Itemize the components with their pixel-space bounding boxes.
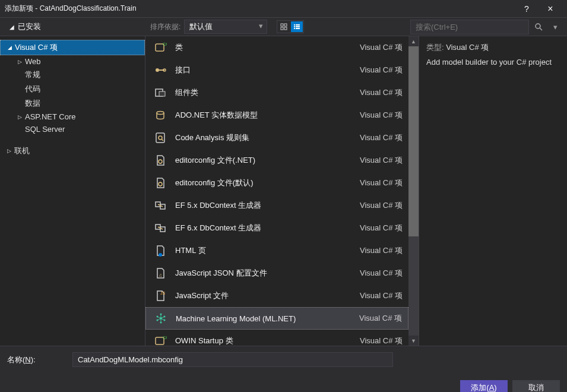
tree-item[interactable]: ◢Visual C# 项 bbox=[0, 40, 145, 55]
svg-rect-4 bbox=[294, 24, 295, 26]
svg-line-11 bbox=[540, 28, 542, 30]
template-item[interactable]: HTML 页Visual C# 项 bbox=[145, 239, 408, 262]
type-label: 类型: bbox=[426, 43, 444, 52]
svg-rect-7 bbox=[296, 26, 300, 27]
svg-rect-8 bbox=[294, 28, 295, 29]
template-lang: Visual C# 项 bbox=[360, 245, 403, 256]
svg-point-19 bbox=[157, 112, 164, 115]
tree-item-label: 代码 bbox=[25, 84, 40, 94]
template-lang: Visual C# 项 bbox=[360, 223, 403, 233]
search-button[interactable] bbox=[531, 20, 546, 34]
tree-item[interactable]: 代码 bbox=[0, 82, 145, 96]
template-name: JavaScript JSON 配置文件 bbox=[175, 268, 360, 279]
template-item[interactable]: C#OWIN Startup 类Visual C# 项 bbox=[145, 330, 408, 346]
svg-rect-5 bbox=[296, 24, 300, 26]
tree-item-label: 常规 bbox=[25, 69, 40, 80]
main-content: ◢Visual C# 项▷Web常规代码数据▷ASP.NET CoreSQL S… bbox=[0, 36, 567, 346]
template-item[interactable]: EF 5.x DbContext 生成器Visual C# 项 bbox=[145, 194, 408, 217]
search-dropdown-icon[interactable]: ▾ bbox=[548, 20, 562, 34]
svg-text:♫: ♫ bbox=[159, 273, 162, 278]
template-item[interactable]: 组件类Visual C# 项 bbox=[145, 81, 408, 104]
view-grid-button[interactable] bbox=[278, 21, 290, 32]
cancel-button[interactable]: 取消 bbox=[512, 380, 560, 392]
template-lang: Visual C# 项 bbox=[360, 268, 403, 279]
search-section: ▾ bbox=[410, 20, 562, 34]
template-item[interactable]: Machine Learning Model (ML.NET)Visual C#… bbox=[145, 307, 408, 330]
template-name: editorconfig 文件(.NET) bbox=[175, 155, 360, 166]
component-icon bbox=[154, 86, 167, 99]
tree-item-label: SQL Server bbox=[25, 125, 65, 134]
tree-item[interactable]: 数据 bbox=[0, 96, 145, 110]
tree-arrow-icon: ▷ bbox=[18, 59, 25, 65]
template-name: 接口 bbox=[175, 65, 360, 75]
scroll-down-arrow[interactable]: ▼ bbox=[408, 336, 419, 346]
template-item[interactable]: ADO.NET 实体数据模型Visual C# 项 bbox=[145, 104, 408, 127]
svg-rect-3 bbox=[284, 27, 287, 30]
template-item[interactable]: EF 6.x DbContext 生成器Visual C# 项 bbox=[145, 217, 408, 239]
scroll-thumb[interactable] bbox=[408, 46, 419, 236]
tree-item[interactable]: ▷联机 bbox=[0, 144, 145, 158]
titlebar: 添加新项 - CatAndDogClassification.Train ? × bbox=[0, 0, 567, 18]
search-input[interactable] bbox=[410, 20, 529, 34]
close-button[interactable]: × bbox=[539, 4, 562, 14]
name-input[interactable] bbox=[72, 352, 393, 367]
config-icon bbox=[154, 176, 167, 189]
window-title: 添加新项 - CatAndDogClassification.Train bbox=[5, 4, 515, 14]
ado-icon bbox=[154, 109, 167, 122]
sort-select[interactable]: 默认值 bbox=[184, 20, 267, 34]
view-mode-group bbox=[277, 20, 304, 33]
template-lang: Visual C# 项 bbox=[360, 110, 403, 121]
tree-item[interactable]: ▷Web bbox=[0, 55, 145, 68]
template-lang: Visual C# 项 bbox=[360, 290, 403, 301]
tree-arrow-icon: ◢ bbox=[8, 45, 15, 50]
template-item[interactable]: ♫JavaScript JSON 配置文件Visual C# 项 bbox=[145, 262, 408, 284]
template-item[interactable]: editorconfig 文件(默认)Visual C# 项 bbox=[145, 172, 408, 194]
sidebar-header[interactable]: ◢ 已安装 bbox=[5, 21, 150, 32]
type-row: 类型: Visual C# 项 bbox=[426, 42, 560, 53]
tree-item[interactable]: 常规 bbox=[0, 68, 145, 82]
tree-item[interactable]: SQL Server bbox=[0, 123, 145, 135]
svg-point-33 bbox=[159, 253, 162, 257]
type-value: Visual C# 项 bbox=[446, 43, 489, 52]
ml-icon bbox=[154, 312, 167, 325]
svg-point-26 bbox=[159, 182, 162, 186]
svg-rect-0 bbox=[281, 24, 283, 26]
add-button[interactable]: 添加(A) bbox=[460, 380, 508, 392]
name-label: 名称(N): bbox=[7, 355, 66, 365]
template-name: OWIN Startup 类 bbox=[175, 336, 360, 346]
tree-item-label: Web bbox=[25, 57, 41, 66]
sort-value: 默认值 bbox=[189, 22, 213, 31]
svg-text:JS: JS bbox=[160, 291, 166, 295]
category-tree: ◢Visual C# 项▷Web常规代码数据▷ASP.NET CoreSQL S… bbox=[0, 36, 145, 346]
template-name: HTML 页 bbox=[175, 245, 360, 256]
template-item[interactable]: C#类Visual C# 项 bbox=[145, 36, 408, 59]
name-row: 名称(N): bbox=[7, 352, 560, 367]
tree-item-label: 数据 bbox=[25, 98, 40, 109]
svg-line-22 bbox=[161, 139, 163, 141]
tree-item-label: Visual C# 项 bbox=[15, 42, 58, 53]
template-item[interactable]: 接口Visual C# 项 bbox=[145, 59, 408, 81]
scrollbar[interactable]: ▲ ▼ bbox=[408, 36, 419, 346]
ef-icon bbox=[154, 199, 167, 212]
template-lang: Visual C# 项 bbox=[360, 42, 403, 53]
view-list-button[interactable] bbox=[291, 21, 303, 32]
installed-label: 已安装 bbox=[18, 21, 41, 32]
template-item[interactable]: editorconfig 文件(.NET)Visual C# 项 bbox=[145, 149, 408, 172]
svg-text:C#: C# bbox=[163, 336, 167, 340]
svg-rect-6 bbox=[294, 26, 295, 27]
template-item[interactable]: Code Analysis 规则集Visual C# 项 bbox=[145, 127, 408, 149]
footer: 名称(N): 添加(A) 取消 bbox=[0, 346, 567, 392]
template-lang: Visual C# 项 bbox=[360, 65, 403, 75]
config-icon bbox=[154, 154, 167, 167]
template-name: EF 5.x DbContext 生成器 bbox=[175, 200, 360, 211]
scroll-up-arrow[interactable]: ▲ bbox=[408, 36, 419, 46]
template-item[interactable]: JSJavaScript 文件Visual C# 项 bbox=[145, 284, 408, 307]
template-name: JavaScript 文件 bbox=[175, 290, 360, 301]
tree-item[interactable]: ▷ASP.NET Core bbox=[0, 110, 145, 123]
template-name: 类 bbox=[175, 42, 360, 53]
svg-rect-9 bbox=[296, 28, 300, 29]
collapse-icon: ◢ bbox=[9, 24, 14, 30]
help-button[interactable]: ? bbox=[515, 4, 539, 14]
template-lang: Visual C# 项 bbox=[360, 336, 403, 346]
svg-point-10 bbox=[536, 24, 540, 29]
